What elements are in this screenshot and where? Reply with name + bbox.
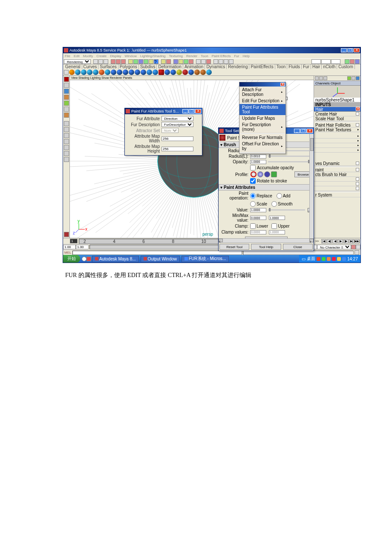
layout-icon[interactable]: [64, 145, 69, 150]
script-editor-icon[interactable]: [355, 250, 359, 255]
menu-modify[interactable]: Modify: [83, 54, 93, 58]
quick-launch-icon[interactable]: [82, 257, 86, 261]
map-height-input[interactable]: [161, 147, 193, 151]
play-start-input[interactable]: [76, 245, 89, 249]
collapse-icon[interactable]: ▾: [220, 142, 222, 147]
shelf-item-icon[interactable]: [188, 69, 194, 75]
list-item[interactable]: Paint Hair Textures▸: [314, 127, 360, 132]
module-selector[interactable]: Rendering: [64, 59, 91, 64]
step-fwd-button[interactable]: |▶: [343, 239, 349, 243]
shelf-item-icon[interactable]: [159, 69, 164, 75]
open-scene-icon[interactable]: [98, 59, 103, 64]
channels-header[interactable]: Channels Object: [314, 81, 360, 86]
flood-button[interactable]: Flood: [245, 237, 288, 238]
ipr-icon[interactable]: [219, 59, 223, 64]
menu-texturing[interactable]: Texturing: [169, 54, 183, 58]
shelf-tab[interactable]: Deformation: [157, 64, 183, 69]
show-desktop-icon[interactable]: ▭: [302, 257, 306, 261]
shelf-tab[interactable]: Custom: [337, 64, 355, 69]
rotate-tool-icon[interactable]: [64, 95, 69, 100]
list-item[interactable]: [314, 186, 360, 191]
op-scale-radio[interactable]: [250, 201, 256, 207]
max-input[interactable]: [269, 216, 285, 220]
current-time-input[interactable]: [70, 239, 78, 243]
play-button[interactable]: ▶: [338, 239, 343, 243]
menu-item[interactable]: Offset Fur Direction by▸: [239, 141, 285, 152]
menu-bar[interactable]: File Edit Modify Create Display Window L…: [63, 53, 360, 58]
shelf-tab[interactable]: Dynamics: [205, 64, 227, 69]
op-smooth-radio[interactable]: [271, 201, 277, 207]
shelf-item-icon[interactable]: [147, 69, 152, 75]
tool-icon[interactable]: [184, 59, 188, 64]
profile-solid-icon[interactable]: [264, 171, 270, 177]
step-back-button[interactable]: ◀|: [327, 239, 332, 243]
layout-icon[interactable]: [64, 151, 69, 156]
render-icon[interactable]: [213, 59, 218, 64]
cb-icon[interactable]: [315, 76, 319, 80]
close-button[interactable]: Close: [283, 244, 313, 250]
shelf-tab[interactable]: Animation: [183, 64, 205, 69]
auto-key-icon[interactable]: [351, 245, 356, 249]
list-item[interactable]: Scale Hair Tool: [314, 116, 360, 121]
tool-help-button[interactable]: Tool Help: [251, 244, 281, 250]
layout-icon[interactable]: [355, 59, 360, 64]
shelf-item-icon[interactable]: [99, 69, 104, 75]
tool-icon[interactable]: [138, 59, 143, 64]
render-settings-icon[interactable]: [224, 59, 228, 64]
maximize-button[interactable]: ❐: [347, 48, 353, 52]
range-slider[interactable]: No Character Set: [63, 244, 360, 250]
shelf-tab[interactable]: Fluids: [287, 64, 302, 69]
list-item[interactable]: ▸: [314, 134, 360, 139]
shelf-item-icon[interactable]: [153, 69, 158, 75]
tray-icon[interactable]: [327, 257, 331, 261]
shape-name[interactable]: nurbsSphereShape1: [315, 98, 355, 102]
shelf-item-icon[interactable]: [170, 69, 176, 75]
layout-four-icon[interactable]: [64, 127, 69, 132]
minimize-button[interactable]: _: [341, 48, 347, 52]
cb-icon[interactable]: [323, 76, 327, 80]
layout-icon[interactable]: [64, 133, 69, 138]
shelf-item-icon[interactable]: [117, 69, 122, 75]
prefs-icon[interactable]: [356, 245, 360, 249]
manip-tool-icon[interactable]: [64, 107, 69, 112]
tool-icon[interactable]: [133, 59, 138, 64]
shelf-item-icon[interactable]: [123, 69, 128, 75]
menu-toon[interactable]: Toon: [201, 54, 208, 58]
shelf-tab[interactable]: nCloth: [322, 64, 337, 69]
cb-icon[interactable]: [356, 76, 360, 80]
layout-icon[interactable]: [64, 157, 69, 162]
menu-display[interactable]: Display: [110, 54, 121, 58]
scroll-left-icon[interactable]: ‹: [219, 239, 223, 242]
list-item[interactable]: ▸: [314, 143, 360, 148]
last-tool-icon[interactable]: [64, 113, 69, 118]
lasso-tool-icon[interactable]: [64, 83, 69, 88]
shelf-item-icon[interactable]: [206, 69, 212, 75]
shelf-item-icon[interactable]: [135, 69, 140, 75]
start-button[interactable]: 开始: [63, 255, 80, 263]
menu-window[interactable]: Window: [125, 54, 137, 58]
cb-icon[interactable]: [352, 76, 355, 80]
option-box-icon[interactable]: [356, 182, 359, 185]
list-item[interactable]: Paint Hair Follicles: [314, 123, 360, 127]
tool-icon[interactable]: [149, 59, 153, 64]
command-input[interactable]: [72, 251, 242, 255]
clock[interactable]: 14:27: [347, 257, 358, 261]
shelf-tab[interactable]: Curves: [82, 64, 99, 69]
panel-close-icon[interactable]: ✕: [356, 107, 360, 111]
main-titlebar[interactable]: Autodesk Maya 8.5 Service Pack 1: .\unti…: [63, 47, 360, 53]
option-box-icon[interactable]: [356, 187, 359, 190]
shelf-item-icon[interactable]: [87, 69, 92, 75]
tray-icon[interactable]: [317, 257, 320, 261]
menu-item[interactable]: Edit Fur Description▸: [239, 98, 285, 104]
shelf-item-icon[interactable]: [176, 69, 182, 75]
tool-icon[interactable]: [173, 59, 178, 64]
list-item[interactable]: r System: [314, 193, 360, 197]
shelf-item-icon[interactable]: [200, 69, 206, 75]
map-width-input[interactable]: [161, 136, 193, 141]
list-item[interactable]: [314, 182, 360, 186]
list-item[interactable]: ves Dynamic: [314, 161, 360, 166]
shelf-tabs[interactable]: General Curves Surfaces Polygons Subdivs…: [63, 64, 360, 69]
tool-icon[interactable]: [111, 59, 115, 64]
op-replace-radio[interactable]: [250, 193, 256, 199]
new-scene-icon[interactable]: [93, 59, 98, 64]
